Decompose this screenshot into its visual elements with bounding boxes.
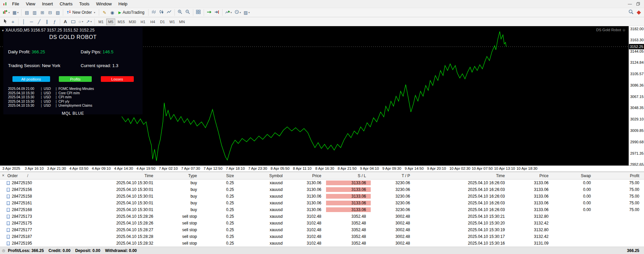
- menu-view[interactable]: View: [23, 1, 39, 7]
- time-tick: 4 Apr 19:50: [136, 166, 155, 170]
- tile-windows-button[interactable]: [195, 8, 202, 16]
- vertical-line-button[interactable]: │: [20, 18, 28, 26]
- line-chart-button[interactable]: [165, 8, 173, 16]
- order-row[interactable]: 2847251502025.04.10 15:30:01buy0.25xauus…: [0, 180, 644, 186]
- column-header-time-1[interactable]: Time: [67, 173, 158, 178]
- community-button[interactable]: [635, 8, 643, 16]
- trendline-button[interactable]: ╱: [35, 18, 43, 26]
- time-tick: 10 Apr 13:10: [494, 166, 515, 170]
- minimize-icon[interactable]: —: [626, 2, 634, 6]
- order-row[interactable]: 2847251872025.04.10 15:28:28sell stop0.2…: [0, 233, 644, 240]
- menu-insert[interactable]: Insert: [39, 1, 56, 7]
- column-header-price-9[interactable]: Price: [510, 173, 553, 178]
- strategy-tester-button[interactable]: ▧: [54, 8, 62, 16]
- chevron-down-icon: ▾: [82, 20, 83, 23]
- shapes-button[interactable]: ○▾: [77, 18, 85, 26]
- column-header-symbol-4[interactable]: Symbol: [239, 173, 287, 178]
- order-row[interactable]: 2847251732025.04.10 15:28:26sell stop0.2…: [0, 213, 644, 220]
- column-header-size-3[interactable]: Size: [202, 173, 239, 178]
- order-row[interactable]: 2847251952025.04.10 15:28:32sell stop0.2…: [0, 240, 644, 247]
- menu-file[interactable]: File: [9, 1, 23, 7]
- menu-tools[interactable]: Tools: [76, 1, 93, 7]
- zoom-out-button[interactable]: [184, 8, 192, 16]
- metaquotes-button[interactable]: ◉: [108, 8, 116, 16]
- bar-chart-button[interactable]: [150, 8, 158, 16]
- column-header-type-2[interactable]: Type: [158, 173, 202, 178]
- order-row[interactable]: 2847251612025.04.10 15:30:01buy0.25xauus…: [0, 200, 644, 206]
- profiles-button[interactable]: ▦▾: [11, 8, 20, 16]
- menu-window[interactable]: Window: [93, 1, 115, 7]
- arrows-button[interactable]: ↗▾: [85, 18, 93, 26]
- new-chart-button[interactable]: ▾: [1, 8, 11, 16]
- order-row[interactable]: 2847251562025.04.10 15:30:01buy0.25xauus…: [0, 186, 644, 193]
- autotrading-button[interactable]: ▶ AutoTrading: [116, 8, 147, 16]
- losses-button[interactable]: Losses: [101, 76, 134, 82]
- column-header-swap-10[interactable]: Swap: [553, 173, 596, 178]
- crosshair-button[interactable]: +: [9, 18, 17, 26]
- navigator-button[interactable]: ⊞: [38, 8, 46, 16]
- chart-area[interactable]: ▾XAUUSD,M5 3156.57 3157.25 3151.52 3152.…: [0, 26, 644, 165]
- timeframe-m15[interactable]: M15: [116, 18, 126, 25]
- templates-button[interactable]: ▨▾: [242, 8, 251, 16]
- data-window-button[interactable]: ▥: [31, 8, 38, 16]
- restore-icon[interactable]: [634, 2, 642, 6]
- chart-shift-button[interactable]: [213, 8, 221, 16]
- order-row[interactable]: 2847251582025.04.10 15:30:01buy0.25xauus…: [0, 193, 644, 200]
- arrow-icon: ↗: [86, 19, 90, 24]
- panel-title: DS GOLD ROBOT: [3, 34, 143, 40]
- timeframe-m5[interactable]: M5: [106, 18, 115, 25]
- timeframe-h1[interactable]: H1: [138, 18, 148, 25]
- indicators-button[interactable]: ▾: [224, 8, 233, 16]
- channel-button[interactable]: ∥: [43, 18, 51, 26]
- time-axis[interactable]: 3 Apr 20253 Apr 16:103 Apr 21:304 Apr 03…: [0, 165, 644, 171]
- cell-swap-10: 0.00: [553, 181, 596, 185]
- auto-scroll-button[interactable]: [205, 8, 213, 16]
- order-row[interactable]: 2847251682025.04.10 15:30:01buy0.25xauus…: [0, 206, 644, 213]
- data-window-icon: ▥: [33, 10, 37, 15]
- timeframe-m30[interactable]: M30: [127, 18, 137, 25]
- column-header-tp-7[interactable]: T / P: [371, 173, 415, 178]
- shapes-icon: ○: [79, 19, 81, 24]
- cell-time-1: 2025.04.10 15:28:28: [67, 234, 158, 239]
- cursor-button[interactable]: [1, 18, 9, 26]
- cell-price-5: 3130.06: [287, 207, 326, 212]
- timeframe-mn[interactable]: MN: [177, 18, 187, 25]
- all-positions-button[interactable]: All positions: [12, 76, 50, 82]
- cell-type-2: buy: [158, 207, 202, 212]
- price-axis[interactable]: 3152.25 3182.003163.303144.053124.843105…: [629, 26, 644, 165]
- menu-charts[interactable]: Charts: [56, 1, 76, 7]
- close-terminal-icon[interactable]: ×: [1, 173, 5, 177]
- horizontal-line-button[interactable]: ─: [28, 18, 35, 26]
- fibonacci-button[interactable]: ƒ: [51, 18, 58, 26]
- periods-button[interactable]: ▾: [233, 8, 242, 16]
- timeframe-w1[interactable]: W1: [168, 18, 177, 25]
- menu-help[interactable]: Help: [115, 1, 131, 7]
- order-row[interactable]: 2847251752025.04.10 15:28:26sell stop0.2…: [0, 220, 644, 226]
- smiley-icon[interactable]: ☺: [622, 28, 626, 32]
- metaeditor-button[interactable]: ✎: [100, 8, 108, 16]
- column-header-price-5[interactable]: Price: [287, 173, 326, 178]
- search-button[interactable]: [627, 8, 635, 16]
- standard-toolbar: ▾ ▦▾ ▤ ▥ ⊞ ⊟ ▧ New Order ▾ ✎ ◉ ▶ AutoTra…: [0, 8, 644, 17]
- new-order-button[interactable]: New Order ▾: [65, 8, 97, 16]
- terminal-button[interactable]: ⊟: [46, 8, 54, 16]
- zoom-in-button[interactable]: [176, 8, 184, 16]
- column-header-time-8[interactable]: Time: [415, 173, 510, 178]
- text-button[interactable]: A: [62, 18, 69, 26]
- candlestick-chart-button[interactable]: [158, 8, 165, 16]
- text-label-button[interactable]: [69, 18, 77, 26]
- column-header-order-0[interactable]: Order/: [0, 173, 67, 178]
- column-header-sl-6[interactable]: S / L: [326, 173, 371, 178]
- cell-time-8: 2025.04.10 15:30:16: [415, 241, 510, 246]
- timeframe-m1[interactable]: M1: [96, 18, 106, 25]
- news-separator: |: [39, 91, 44, 96]
- order-row[interactable]: 2847251772025.04.10 15:28:27sell stop0.2…: [0, 226, 644, 233]
- cell-profit-11: 75.00: [596, 207, 644, 212]
- market-watch-button[interactable]: ▤: [23, 8, 31, 16]
- cell-profit-11: 75.00: [596, 181, 644, 185]
- timeframe-h4[interactable]: H4: [148, 18, 157, 25]
- news-currency: USD: [44, 91, 54, 96]
- profits-button[interactable]: Profits: [59, 76, 92, 82]
- column-header-profit-11[interactable]: Profit: [596, 173, 644, 178]
- timeframe-d1[interactable]: D1: [158, 18, 167, 25]
